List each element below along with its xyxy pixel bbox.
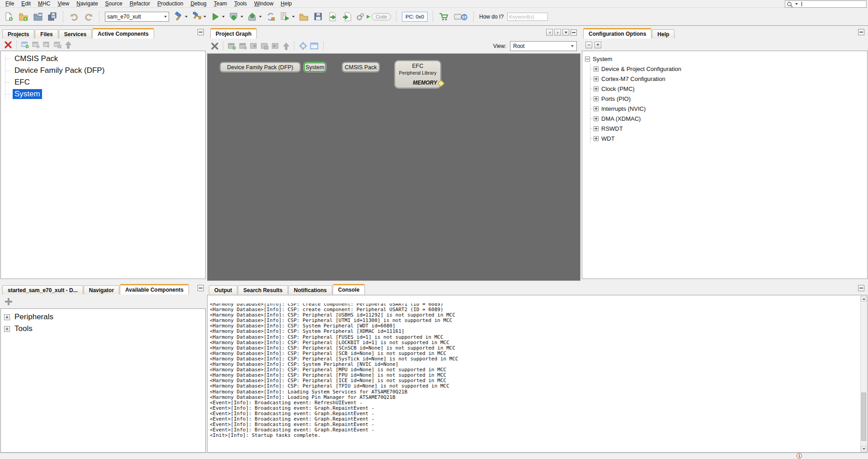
clean-and-build-button[interactable] (191, 11, 202, 22)
tree-item[interactable]: Interrupts (NVIC) (590, 104, 867, 114)
tab[interactable]: Active Components (92, 28, 154, 38)
notifications-badge[interactable]: 1 (797, 453, 802, 459)
how-do-i-keyword-input[interactable] (507, 13, 548, 21)
graph-maximize-button[interactable] (571, 29, 577, 36)
tree-item[interactable]: System (1, 88, 205, 100)
view-select[interactable]: Root (510, 41, 577, 51)
menu-item[interactable]: Tools (231, 0, 250, 7)
tree-item[interactable]: Device & Project Configuration (590, 64, 867, 74)
debug-tool-dropdown-icon[interactable] (292, 16, 295, 18)
redo-button[interactable] (83, 11, 94, 22)
save-all-button[interactable] (47, 11, 58, 22)
open-project-button[interactable] (33, 11, 43, 22)
console-output[interactable]: <Harmony Database>[Info]: CSP: create co… (208, 303, 860, 451)
debug-tool-status-button[interactable] (280, 11, 291, 22)
clean-build-dropdown-icon[interactable] (203, 16, 206, 18)
tab[interactable]: Projects (2, 29, 34, 38)
menu-item[interactable]: Debug (187, 0, 210, 7)
step-forward-button[interactable] (327, 11, 338, 22)
console-minimize-button[interactable] (858, 285, 864, 291)
tree-item[interactable]: WDT (590, 133, 867, 143)
expand-icon[interactable] (594, 106, 599, 111)
quick-search-input[interactable] (785, 0, 867, 8)
generate-code-group[interactable]: Code (356, 12, 391, 21)
tab[interactable]: Notifications (288, 285, 332, 294)
menu-item[interactable]: Window (250, 0, 277, 7)
tree-item[interactable]: RSWDT (590, 123, 867, 133)
make-program-dropdown-icon[interactable] (241, 16, 243, 18)
available-components-minimize-button[interactable] (198, 285, 204, 291)
tab[interactable]: Help (652, 29, 675, 38)
scroll-down-icon[interactable] (863, 448, 865, 450)
tab[interactable]: started_sam_e70_xult - D... (2, 285, 83, 294)
expand-icon[interactable] (594, 76, 599, 81)
project-graph-canvas[interactable]: Device Family Pack (DFP) System CMSIS Pa… (207, 53, 580, 281)
tab[interactable]: Services (59, 29, 92, 38)
expand-icon[interactable] (594, 86, 599, 91)
menu-item[interactable]: Edit (18, 0, 34, 7)
fit-to-window-button[interactable] (299, 42, 307, 50)
tab[interactable]: Configuration Options (583, 28, 651, 38)
collapse-all-button[interactable]: − (585, 42, 592, 48)
view-snapshot-button[interactable] (310, 42, 319, 50)
folder-button[interactable] (298, 11, 309, 22)
tab[interactable]: Console (333, 284, 365, 294)
save-button[interactable] (313, 11, 324, 22)
console-scrollbar[interactable] (860, 296, 867, 452)
graph-node-dfp[interactable]: Device Family Pack (DFP) (220, 62, 300, 72)
left-panel-minimize-button[interactable] (198, 29, 204, 35)
program-dropdown-icon[interactable] (259, 16, 262, 18)
expand-all-button[interactable]: + (594, 42, 601, 48)
remove-component-button[interactable] (4, 41, 12, 49)
tab[interactable]: Available Components (120, 284, 189, 294)
expand-icon[interactable] (594, 116, 599, 121)
menu-item[interactable]: View (54, 0, 73, 7)
tree-item[interactable]: Clock (PMC) (590, 84, 867, 94)
config-minimize-button[interactable] (858, 29, 864, 35)
device-resource-button[interactable] (453, 11, 468, 22)
add-component-button[interactable] (4, 297, 13, 306)
refresh-debug-tool-button[interactable] (265, 11, 276, 22)
run-button[interactable] (210, 11, 221, 22)
new-file-button[interactable] (4, 11, 14, 22)
tab-project-graph[interactable]: Project Graph (210, 28, 257, 38)
expand-icon[interactable] (4, 314, 10, 320)
graph-node-cmsis[interactable]: CMSIS Pack (342, 62, 379, 72)
menu-item[interactable]: Team (210, 0, 231, 7)
scroll-up-icon[interactable] (863, 298, 865, 300)
tree-item[interactable]: Cortex-M7 Configuration (590, 74, 867, 84)
tab[interactable]: Output (209, 285, 237, 294)
tree-item-system[interactable]: System (585, 54, 867, 64)
tree-item[interactable]: CMSIS Pack (1, 53, 205, 65)
menu-item[interactable]: File (2, 0, 18, 7)
tree-item[interactable]: EFC (1, 76, 205, 88)
search-scope-dropdown-icon[interactable] (795, 3, 798, 5)
menu-item[interactable]: MHC (34, 0, 54, 7)
tab-list-dropdown-button[interactable] (562, 29, 569, 36)
menu-item[interactable]: Navigate (73, 0, 101, 7)
build-button[interactable] (173, 11, 184, 22)
project-configuration-select[interactable]: sam_e70_xult (105, 12, 169, 22)
make-and-program-button[interactable] (228, 11, 239, 22)
expand-icon[interactable] (4, 326, 10, 332)
menu-item[interactable]: Refactor (126, 0, 154, 7)
add-window-button[interactable] (21, 41, 29, 49)
menu-item[interactable]: Source (102, 0, 126, 7)
expand-icon[interactable] (594, 126, 599, 131)
scrollbar-thumb[interactable] (861, 393, 866, 441)
search-icon[interactable] (787, 1, 794, 7)
tree-item[interactable]: Device Family Pack (DFP) (1, 65, 205, 76)
tab[interactable]: Navigator (84, 285, 119, 294)
tab[interactable]: Files (35, 29, 58, 38)
graph-node-efc[interactable]: EFC Peripheral Library MEMORY (395, 61, 441, 88)
embedded-store-cart-button[interactable] (439, 11, 449, 22)
tree-item[interactable]: Peripherals (1, 311, 205, 323)
menu-item[interactable]: Production (154, 0, 187, 7)
graph-node-system[interactable]: System (304, 62, 326, 72)
undo-button[interactable] (69, 11, 80, 22)
tree-item[interactable]: Tools (1, 323, 205, 335)
step-into-button[interactable] (342, 11, 353, 22)
expand-icon[interactable] (594, 66, 599, 71)
tab[interactable]: Search Results (238, 285, 288, 294)
tree-item[interactable]: DMA (XDMAC) (590, 114, 867, 123)
